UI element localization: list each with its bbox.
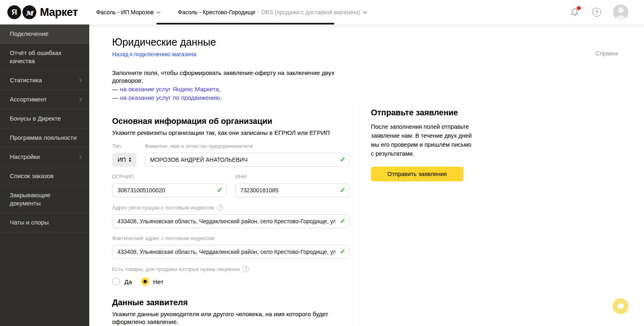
sidebar-item-label: Подключение xyxy=(10,30,49,38)
dash: — xyxy=(112,94,118,101)
applicant-section-subtitle: Укажите данные руководителя или другого … xyxy=(112,310,350,326)
logo-text: Маркет xyxy=(40,6,78,19)
avatar[interactable] xyxy=(613,4,629,20)
sidebar-item-label: Программа лояльности xyxy=(10,134,77,142)
header-actions: ? xyxy=(570,4,629,20)
column-divider xyxy=(359,103,359,326)
logo-market-icon: м xyxy=(22,5,36,19)
sidebar-item-label: Настройки xyxy=(10,153,40,161)
license-help-icon[interactable]: ? xyxy=(243,266,249,272)
org-section-subtitle: Укажите реквизиты организации так, как о… xyxy=(112,129,350,137)
avatar-head-shape xyxy=(618,7,624,13)
promotion-services-contract-link[interactable]: на оказание услуг по продвижению. xyxy=(120,94,222,101)
sidebar-item-label: Статистика xyxy=(10,76,42,84)
reg-address-input[interactable] xyxy=(112,214,350,228)
type-label: Тип xyxy=(112,143,137,149)
notification-badge xyxy=(577,6,581,10)
chevron-down-icon xyxy=(157,10,161,14)
inn-input[interactable] xyxy=(235,183,350,197)
entrepreneur-name-label: Фамилия, имя и отчество предпринимателя xyxy=(145,143,350,149)
top-header: Я м Маркет Фасоль - ИП Морозов Фасоль - … xyxy=(0,0,644,24)
sidebar-item-order-list[interactable]: Список заказов xyxy=(0,167,89,186)
org-type-select[interactable]: ИП xyxy=(112,153,137,167)
intro-text: Заполните поля, чтобы сформировать заявл… xyxy=(112,69,350,84)
applicant-section-title: Данные заявителя xyxy=(112,298,350,307)
dash: — xyxy=(112,86,118,93)
sidebar-item-direct-bonuses[interactable]: Бонусы в Директе xyxy=(0,109,89,128)
submit-panel: Отправьте заявление После заполнения пол… xyxy=(371,108,477,181)
sidebar-nav: Подключение Отчёт об ошибках качества Ст… xyxy=(0,24,89,326)
sidebar-item-connection[interactable]: Подключение xyxy=(0,24,89,44)
reg-address-help-icon[interactable]: ? xyxy=(217,204,223,211)
avatar-body-shape xyxy=(615,15,626,20)
shop-name: Фасоль - Крестово-Городище xyxy=(178,9,255,15)
sidebar-item-assortment[interactable]: Ассортимент xyxy=(0,90,89,109)
main-content: Справка Юридические данные Назад к подкл… xyxy=(89,24,644,326)
select-arrows-icon xyxy=(129,157,131,162)
license-no-label[interactable]: Нет xyxy=(153,278,164,285)
license-question-label: Есть товары, для продажи которых нужна л… xyxy=(112,266,240,272)
sidebar-item-chats-disputes[interactable]: Чаты и споры xyxy=(0,213,89,232)
sidebar-item-loyalty-program[interactable]: Программа лояльности xyxy=(0,128,89,148)
org-type-value: ИП xyxy=(117,156,126,163)
org-section-title: Основная информация об организации xyxy=(112,117,350,126)
help-button[interactable]: ? xyxy=(592,8,601,17)
shop-dot-separator: · xyxy=(258,9,260,15)
sidebar-item-label: Отчёт об ошибках качества xyxy=(10,49,81,65)
shop-model: DBS (продажи с доставкой магазина) xyxy=(261,9,360,15)
sidebar-item-label: Закрывающие документы xyxy=(10,191,81,207)
license-yes-radio[interactable] xyxy=(112,278,120,286)
license-no-radio[interactable] xyxy=(141,278,149,286)
ogrnip-input[interactable] xyxy=(112,183,227,197)
chat-bubble-icon xyxy=(616,303,625,310)
support-chat-button[interactable] xyxy=(613,298,629,314)
chevron-right-icon xyxy=(78,78,82,82)
sidebar-item-quality-errors-report[interactable]: Отчёт об ошибках качества xyxy=(0,44,89,71)
legal-data-form: Юридические данные Назад к подключению м… xyxy=(112,36,350,326)
entrepreneur-name-input[interactable] xyxy=(145,153,350,167)
business-selector[interactable]: Фасоль - ИП Морозов xyxy=(96,0,160,24)
market-services-contract-link[interactable]: на оказание услуг Яндекс.Маркета, xyxy=(120,86,221,93)
shop-selector[interactable]: Фасоль - Крестово-Городище · DBS (продаж… xyxy=(178,0,366,24)
contract-link-row: — на оказание услуг Яндекс.Маркета, xyxy=(112,85,350,93)
chevron-down-icon xyxy=(363,10,367,14)
sidebar-item-label: Ассортимент xyxy=(10,95,47,104)
chevron-right-icon xyxy=(78,97,82,101)
inn-label: ИНН xyxy=(235,174,350,180)
question-icon: ? xyxy=(595,9,598,15)
help-link[interactable]: Справка xyxy=(595,50,618,57)
fact-address-input[interactable] xyxy=(112,245,350,259)
notifications-button[interactable] xyxy=(570,7,580,18)
ogrnip-label: ОГРНИП xyxy=(112,174,227,180)
submit-panel-title: Отправьте заявление xyxy=(371,108,477,117)
submit-panel-description: После заполнения полей отправьте заявлен… xyxy=(371,122,474,158)
fact-address-label: Фактический адрес с почтовым индексом xyxy=(112,235,214,241)
business-selector-label: Фасоль - ИП Морозов xyxy=(96,9,154,15)
sidebar-item-label: Чаты и споры xyxy=(10,218,49,227)
active-tab-underline xyxy=(157,23,334,24)
back-to-connection-link[interactable]: Назад к подключению магазина xyxy=(112,51,196,57)
contract-link-row: — на оказание услуг по продвижению. xyxy=(112,94,350,101)
page-title: Юридические данные xyxy=(112,36,350,48)
sidebar-item-label: Бонусы в Директе xyxy=(10,115,61,123)
sidebar-item-settings[interactable]: Настройки xyxy=(0,148,89,167)
reg-address-label: Адрес регистрации с почтовым индексом xyxy=(112,205,214,211)
license-yes-label[interactable]: Да xyxy=(124,278,132,285)
yandex-market-logo[interactable]: Я м Маркет xyxy=(7,5,78,19)
submit-application-button[interactable]: Отправить заявление xyxy=(371,167,463,181)
sidebar-item-label: Список заказов xyxy=(10,172,53,180)
sidebar-item-statistics[interactable]: Статистика xyxy=(0,71,89,90)
chevron-right-icon xyxy=(78,155,82,159)
license-radio-group: Да Нет xyxy=(112,278,350,286)
logo-ya-icon: Я xyxy=(7,5,21,19)
sidebar-item-closing-documents[interactable]: Закрывающие документы xyxy=(0,186,89,213)
